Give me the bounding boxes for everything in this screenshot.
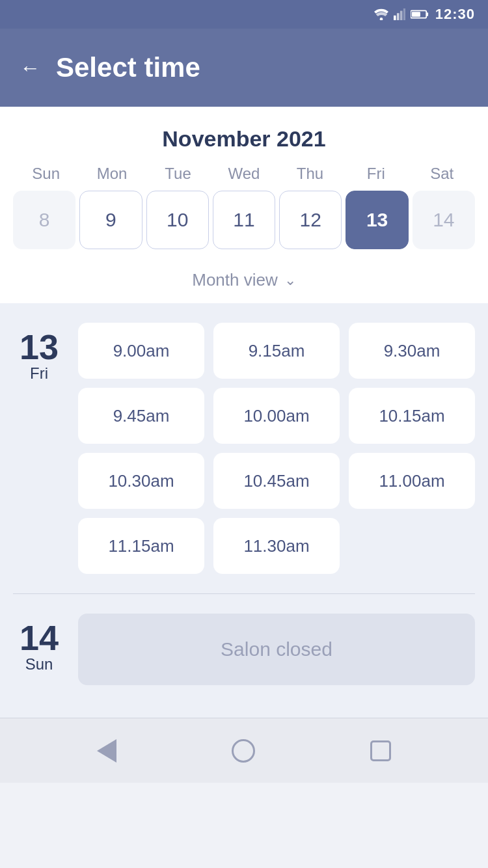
page-title: Select time [56,52,200,83]
time-slot-1115am[interactable]: 11.15am [78,518,204,574]
day-label-13: 13 Fri [13,323,65,574]
weekday-mon: Mon [79,165,144,183]
time-slot-1030am[interactable]: 10.30am [78,453,204,509]
week-row: 8 9 10 11 12 13 14 [13,191,475,249]
square-recents-icon [370,740,391,761]
weekday-tue: Tue [145,165,211,183]
time-slot-915am[interactable]: 9.15am [213,323,340,379]
time-slot-1130am[interactable]: 11.30am [213,518,340,574]
time-slot-1100am[interactable]: 11.00am [349,453,475,509]
svg-point-0 [379,18,383,20]
svg-rect-4 [403,8,405,20]
day-cell-8[interactable]: 8 [13,191,75,249]
triangle-left-icon [97,739,116,763]
day-block-14: 14 Sun Salon closed [13,614,475,685]
weekday-wed: Wed [211,165,277,183]
circle-home-icon [232,739,255,763]
day-name-13: Fri [30,364,48,383]
svg-rect-1 [394,16,396,20]
day-name-14: Sun [25,655,53,673]
salon-closed-label: Salon closed [221,638,332,660]
day-cell-11[interactable]: 11 [213,191,275,249]
weekday-sat: Sat [409,165,475,183]
weekday-thu: Thu [277,165,343,183]
back-button[interactable]: ← [20,56,40,80]
salon-closed-banner: Salon closed [78,614,475,685]
nav-recents-button[interactable] [370,740,391,761]
month-view-label: Month view [192,270,278,290]
day-cell-13[interactable]: 13 [346,191,408,249]
status-icons [374,8,429,20]
battery-icon [411,9,429,20]
section-divider [13,593,475,594]
calendar-section: November 2021 Sun Mon Tue Wed Thu Fri Sa… [0,107,488,303]
nav-back-button[interactable] [97,739,116,763]
time-slots-13: 9.00am 9.15am 9.30am 9.45am 10.00am 10.1… [78,323,475,574]
time-slot-1000am[interactable]: 10.00am [213,388,340,444]
nav-home-button[interactable] [232,739,255,763]
day-label-14: 14 Sun [13,614,65,685]
time-slot-945am[interactable]: 9.45am [78,388,204,444]
day-cell-9[interactable]: 9 [79,191,142,249]
time-section: 13 Fri 9.00am 9.15am 9.30am 9.45am 10.00… [0,303,488,718]
month-year-label: November 2021 [13,126,475,152]
time-slot-930am[interactable]: 9.30am [349,323,475,379]
signal-icon [394,8,405,20]
time-slot-1045am[interactable]: 10.45am [213,453,340,509]
svg-rect-7 [412,12,420,16]
day-cell-14[interactable]: 14 [413,191,475,249]
wifi-icon [374,8,388,20]
bottom-navigation [0,718,488,783]
time-slot-1015am[interactable]: 10.15am [349,388,475,444]
status-time: 12:30 [435,6,475,23]
time-slot-900am[interactable]: 9.00am [78,323,204,379]
svg-rect-3 [400,11,403,20]
header: ← Select time [0,29,488,107]
day-cell-10[interactable]: 10 [146,191,209,249]
weekday-sun: Sun [13,165,79,183]
day-cell-12[interactable]: 12 [279,191,342,249]
svg-rect-6 [426,12,428,16]
month-view-toggle[interactable]: Month view ⌄ [13,260,475,303]
weekday-headers: Sun Mon Tue Wed Thu Fri Sat [13,165,475,183]
day-number-14: 14 [20,620,59,655]
status-bar: 12:30 [0,0,488,29]
day-block-13: 13 Fri 9.00am 9.15am 9.30am 9.45am 10.00… [13,323,475,574]
chevron-down-icon: ⌄ [284,272,296,289]
svg-rect-2 [397,13,400,20]
weekday-fri: Fri [343,165,409,183]
day-number-13: 13 [20,329,59,364]
